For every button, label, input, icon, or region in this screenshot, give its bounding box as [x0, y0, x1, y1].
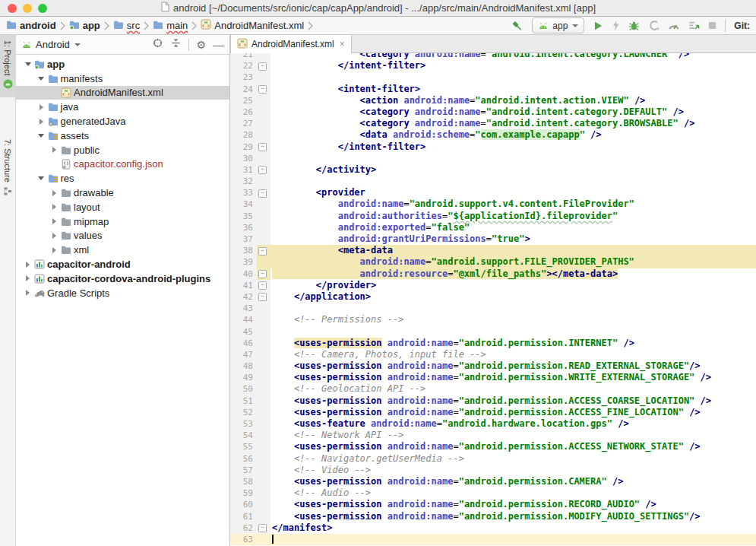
code-line-36[interactable]: 36 android:exported="false" [230, 222, 756, 233]
code-text[interactable]: <!-- Video --> [270, 465, 756, 476]
tree-collapsed-arrow-icon[interactable] [48, 218, 61, 224]
code-line-53[interactable]: 53 <uses-feature android:name="android.h… [230, 418, 756, 430]
fold-marker-icon[interactable]: − [258, 62, 267, 71]
code-line-23[interactable]: 23 [230, 71, 756, 83]
code-line-38[interactable]: 38− <meta-data [230, 245, 756, 256]
code-text[interactable] [270, 176, 756, 187]
tree-collapsed-arrow-icon[interactable] [48, 147, 61, 153]
code-line-32[interactable]: 32 [230, 176, 756, 187]
code-text[interactable]: android:exported="false" [270, 222, 756, 233]
locate-file-icon[interactable] [152, 37, 163, 52]
code-text[interactable]: <category android:name="android.intent.c… [270, 106, 756, 118]
fold-marker-icon[interactable]: − [258, 143, 267, 151]
tree-item-values[interactable]: values [16, 229, 229, 243]
tree-item-assets[interactable]: assets [16, 129, 229, 143]
code-text[interactable]: <!-- Camera, Photos, input file --> [270, 349, 756, 360]
fold-gutter[interactable]: − [257, 522, 270, 534]
code-line-21[interactable]: 21 <category android:name="android.inten… [230, 53, 756, 60]
code-line-44[interactable]: 44 <!-- Permissions --> [230, 314, 756, 325]
breadcrumb-item-androidmanifest-xml[interactable]: AndroidManifest.xml [199, 19, 305, 32]
code-text[interactable]: <uses-permission android:name="android.p… [270, 360, 756, 372]
code-text[interactable]: </provider> [270, 280, 756, 291]
code-line-22[interactable]: 22− </intent-filter> [230, 60, 756, 71]
project-view-selector[interactable]: Android [36, 39, 70, 50]
minimize-window-button[interactable] [23, 4, 32, 13]
fold-gutter[interactable]: − [257, 187, 270, 198]
code-line-43[interactable]: 43 [230, 303, 756, 314]
close-tab-icon[interactable]: × [340, 39, 345, 49]
code-text[interactable]: <!-- Network API --> [270, 430, 756, 441]
fold-marker-icon[interactable]: − [258, 85, 267, 94]
fold-marker-icon[interactable]: − [258, 281, 267, 290]
code-text[interactable]: <!-- Navigator.getUserMedia --> [270, 453, 756, 465]
code-text[interactable]: <uses-permission android:name="android.p… [270, 395, 756, 407]
tool-window-tab-structure[interactable]: 7: Structure [0, 134, 15, 205]
tree-collapsed-arrow-icon[interactable] [48, 247, 61, 253]
fold-marker-icon[interactable]: − [258, 247, 267, 256]
apply-changes-lightning-icon[interactable] [612, 20, 620, 31]
breadcrumb-item-src[interactable]: src [112, 20, 141, 32]
tree-item-generatedjava[interactable]: generatedJava [16, 114, 229, 129]
code-line-59[interactable]: 59 <!-- Audio --> [230, 487, 756, 499]
code-text[interactable]: android:grantUriPermissions="true"> [270, 233, 756, 245]
code-line-45[interactable]: 45 [230, 326, 756, 338]
code-line-58[interactable]: 58 <uses-permission android:name="androi… [230, 476, 756, 487]
breadcrumb-item-main[interactable]: main [151, 20, 189, 32]
code-line-49[interactable]: 49 <uses-permission android:name="androi… [230, 372, 756, 383]
code-text[interactable] [270, 71, 756, 83]
code-text[interactable]: <uses-feature android:name="android.hard… [270, 418, 756, 430]
tree-collapsed-arrow-icon[interactable] [21, 262, 34, 268]
code-text[interactable]: <!-- Audio --> [270, 487, 756, 499]
fold-gutter[interactable]: − [257, 245, 270, 256]
tree-expanded-arrow-icon[interactable] [35, 134, 48, 138]
fold-gutter[interactable]: − [257, 141, 270, 153]
close-window-button[interactable] [8, 4, 17, 13]
tree-item-mipmap[interactable]: mipmap [16, 214, 229, 229]
tree-collapsed-arrow-icon[interactable] [21, 290, 34, 296]
code-line-46[interactable]: 46 <uses-permission android:name="androi… [230, 338, 756, 349]
code-text[interactable]: android:name="android.support.FILE_PROVI… [270, 256, 756, 268]
tree-item-capacitor-cordova-android-plugins[interactable]: capacitor-cordova-android-plugins [16, 271, 229, 286]
code-text[interactable] [270, 534, 756, 545]
code-line-51[interactable]: 51 <uses-permission android:name="androi… [230, 395, 756, 407]
fold-gutter[interactable]: − [257, 268, 270, 280]
settings-gear-icon[interactable]: ⚙ [196, 40, 206, 50]
tree-collapsed-arrow-icon[interactable] [48, 204, 61, 210]
code-text[interactable]: <!-- Permissions --> [270, 314, 756, 325]
code-text[interactable]: <intent-filter> [270, 84, 756, 95]
code-text[interactable]: android:resource="@xml/file_paths"></met… [270, 268, 756, 280]
tree-item-manifests[interactable]: manifests [16, 71, 229, 86]
code-line-34[interactable]: 34 android:name="android.support.v4.cont… [230, 198, 756, 210]
fold-marker-icon[interactable]: − [258, 189, 267, 198]
tree-collapsed-arrow-icon[interactable] [48, 190, 61, 196]
tree-item-app[interactable]: app [16, 57, 229, 71]
fold-gutter[interactable]: − [257, 60, 270, 71]
code-line-33[interactable]: 33− <provider [230, 187, 756, 198]
stop-button[interactable] [708, 21, 716, 30]
code-line-48[interactable]: 48 <uses-permission android:name="androi… [230, 360, 756, 372]
git-branch-label[interactable]: Git: [734, 21, 750, 31]
code-text[interactable]: <uses-permission android:name="android.p… [270, 511, 756, 522]
code-text[interactable]: </manifest> [270, 522, 756, 534]
code-text[interactable] [270, 326, 756, 338]
code-text[interactable]: <uses-permission android:name="android.p… [270, 499, 756, 510]
code-text[interactable]: android:authorities="${applicationId}.fi… [270, 211, 756, 222]
fold-marker-icon[interactable]: − [258, 166, 267, 174]
code-text[interactable]: </intent-filter> [270, 141, 756, 153]
zoom-window-button[interactable] [38, 4, 47, 13]
fold-marker-icon[interactable]: − [258, 524, 267, 532]
tree-item-res[interactable]: res [16, 171, 229, 186]
code-editor[interactable]: 21 <category android:name="android.inten… [230, 53, 756, 546]
code-text[interactable]: <uses-permission android:name="android.p… [270, 372, 756, 383]
code-line-61[interactable]: 61 <uses-permission android:name="androi… [230, 511, 756, 522]
tree-expanded-arrow-icon[interactable] [21, 62, 34, 66]
tree-item-capacitor-config-json[interactable]: capacitor.config.json [16, 157, 229, 172]
fold-gutter[interactable]: − [257, 291, 270, 303]
collapse-all-icon[interactable] [170, 37, 182, 52]
code-text[interactable]: <uses-permission android:name="android.p… [270, 338, 756, 349]
fold-gutter[interactable]: − [257, 280, 270, 291]
tree-collapsed-arrow-icon[interactable] [35, 119, 48, 125]
fold-gutter[interactable]: − [257, 84, 270, 95]
tree-item-capacitor-android[interactable]: capacitor-android [16, 257, 229, 271]
code-line-37[interactable]: 37 android:grantUriPermissions="true"> [230, 233, 756, 245]
